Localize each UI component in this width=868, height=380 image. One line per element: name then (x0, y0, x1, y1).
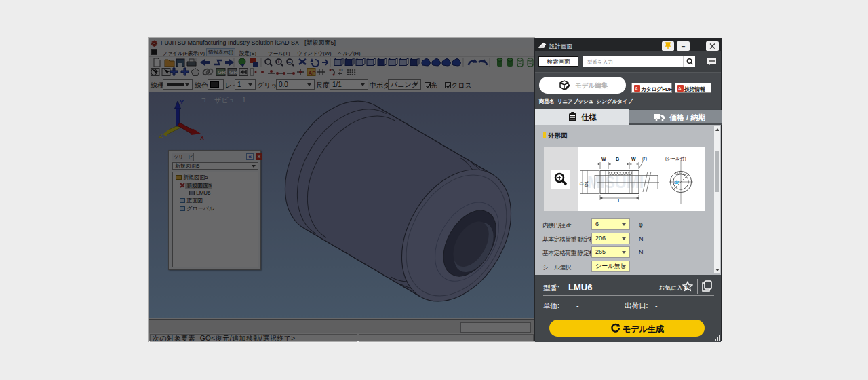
svg-text:(r): (r) (642, 156, 647, 162)
svg-text:D1: D1 (584, 180, 589, 187)
svg-text:W: W (601, 157, 606, 162)
svg-text:B: B (616, 157, 619, 162)
svg-text:(シール付): (シール付) (665, 156, 686, 162)
svg-text:A: A (678, 86, 682, 91)
svg-text:D: D (579, 182, 584, 185)
svg-text:dr: dr (674, 179, 680, 185)
svg-text:A: A (635, 86, 638, 91)
svg-text:W: W (631, 157, 636, 162)
svg-text:MISUMI: MISUMI (587, 174, 644, 191)
svg-text:L: L (618, 198, 621, 203)
